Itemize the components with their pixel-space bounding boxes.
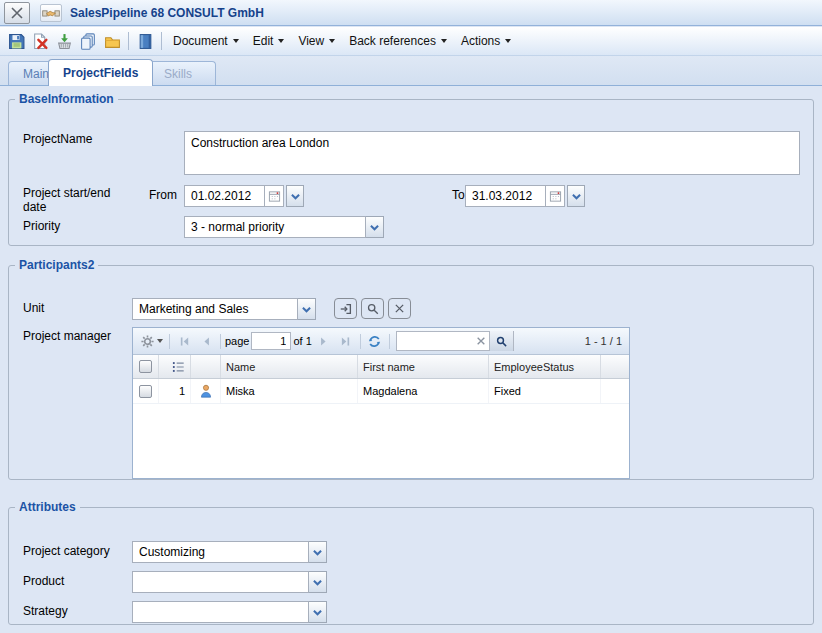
first-page-button[interactable] (174, 331, 194, 351)
row-icon-cell (191, 379, 221, 403)
prev-page-button[interactable] (196, 331, 216, 351)
caret-down-icon (278, 39, 284, 43)
menu-back-references-label: Back references (349, 34, 436, 48)
page-label: page (225, 335, 249, 347)
select-all-checkbox[interactable] (139, 360, 152, 373)
caret-down-icon (157, 339, 163, 343)
titlebar: SalesPipeline 68 CONSULT GmbH (0, 0, 822, 26)
caret-down-icon (233, 39, 239, 43)
column-header-name[interactable]: Name (221, 355, 358, 378)
numbered-list-icon (171, 360, 185, 374)
main-toolbar: Document Edit View Back references Actio… (0, 27, 822, 56)
chevron-down-icon (290, 192, 301, 201)
product-dropdown-button[interactable] (309, 571, 327, 593)
participants2-legend: Participants2 (15, 258, 98, 272)
priority-dropdown-button[interactable] (366, 216, 384, 238)
tab-projectfields[interactable]: ProjectFields (48, 59, 153, 86)
strategy-combo (132, 601, 327, 623)
product-input[interactable] (132, 571, 309, 593)
prev-page-icon (200, 335, 213, 348)
last-page-button[interactable] (336, 331, 356, 351)
delete-button[interactable] (28, 29, 52, 53)
project-manager-grid: page of 1 1 - 1 / (132, 327, 630, 479)
first-page-icon (178, 335, 191, 348)
refresh-icon (367, 334, 382, 349)
calendar-icon (549, 190, 562, 203)
unit-input[interactable] (132, 298, 298, 320)
to-date-input[interactable] (465, 185, 545, 207)
menu-edit[interactable]: Edit (246, 31, 292, 51)
page-of-label: of 1 (293, 335, 311, 347)
grid-search-button[interactable] (489, 331, 513, 351)
menu-actions[interactable]: Actions (454, 31, 518, 51)
save-button[interactable] (4, 29, 28, 53)
column-header-first-name[interactable]: First name (358, 355, 489, 378)
window-title: SalesPipeline 68 CONSULT GmbH (70, 6, 264, 20)
unit-search-button[interactable] (361, 298, 384, 319)
chevron-down-icon (312, 608, 323, 617)
grid-search-clear-button[interactable] (473, 332, 489, 350)
chevron-down-icon (571, 192, 582, 201)
to-date-dropdown-button[interactable] (567, 185, 585, 207)
menu-actions-label: Actions (461, 34, 500, 48)
project-category-input[interactable] (132, 541, 309, 563)
priority-input[interactable] (184, 216, 366, 238)
fieldset-baseinformation: BaseInformation ProjectName Construction… (8, 92, 814, 246)
row-name-cell: Miska (221, 379, 358, 403)
row-first-name-cell: Magdalena (358, 379, 489, 403)
grid-search-field (396, 331, 514, 351)
clear-icon (393, 302, 406, 315)
folder-button[interactable] (100, 29, 124, 53)
page-number-input[interactable] (251, 332, 291, 350)
from-calendar-button[interactable] (264, 185, 284, 207)
project-manager-label: Project manager (23, 329, 111, 343)
dossier-button[interactable] (133, 29, 157, 53)
project-category-dropdown-button[interactable] (309, 541, 327, 563)
project-category-label: Project category (23, 544, 110, 558)
projectname-textarea[interactable]: Construction area London (184, 131, 800, 175)
copy-button[interactable] (76, 29, 100, 53)
to-calendar-button[interactable] (545, 185, 565, 207)
refresh-button[interactable] (365, 331, 385, 351)
product-combo (132, 571, 327, 593)
column-header-employeestatus[interactable]: EmployeeStatus (489, 355, 601, 378)
row-checkbox[interactable] (139, 385, 152, 398)
unit-dropdown-button[interactable] (298, 298, 316, 320)
select-all-cell (133, 355, 159, 378)
next-page-button[interactable] (314, 331, 334, 351)
copy-icon (80, 33, 97, 50)
rownumber-column-header[interactable] (159, 355, 191, 378)
row-number-cell: 1 (159, 379, 191, 403)
from-date-field (184, 185, 304, 207)
tab-strip: Main ProjectFields Skills (0, 56, 822, 86)
strategy-input[interactable] (132, 601, 309, 623)
from-date-dropdown-button[interactable] (286, 185, 304, 207)
menu-view[interactable]: View (291, 31, 342, 51)
menu-back-references[interactable]: Back references (342, 31, 454, 51)
record-count-label: 1 - 1 / 1 (585, 335, 625, 347)
column-header-filler (601, 355, 629, 378)
table-row[interactable]: 1 Miska Magdalena Fixed (133, 379, 629, 404)
grid-search-input[interactable] (397, 333, 473, 349)
from-date-input[interactable] (184, 185, 264, 207)
save-icon (8, 33, 25, 50)
fieldset-participants2: Participants2 Unit Project manager (8, 258, 814, 480)
checkin-button[interactable] (52, 29, 76, 53)
close-icon (10, 6, 24, 20)
attributes-legend: Attributes (15, 500, 80, 514)
close-button[interactable] (4, 2, 30, 24)
grid-toolbar-separator (360, 334, 361, 349)
menu-document[interactable]: Document (166, 31, 246, 51)
unit-clear-button[interactable] (388, 298, 411, 319)
unit-goto-button[interactable] (334, 298, 357, 319)
grid-settings-button[interactable] (137, 331, 165, 351)
strategy-dropdown-button[interactable] (309, 601, 327, 623)
unit-combo (132, 298, 316, 320)
strategy-label: Strategy (23, 604, 68, 618)
project-category-combo (132, 541, 327, 563)
caret-down-icon (441, 39, 447, 43)
chevron-down-icon (312, 548, 323, 557)
caret-down-icon (505, 39, 511, 43)
type-icon-column-header[interactable] (191, 355, 221, 378)
chevron-down-icon (301, 305, 312, 314)
